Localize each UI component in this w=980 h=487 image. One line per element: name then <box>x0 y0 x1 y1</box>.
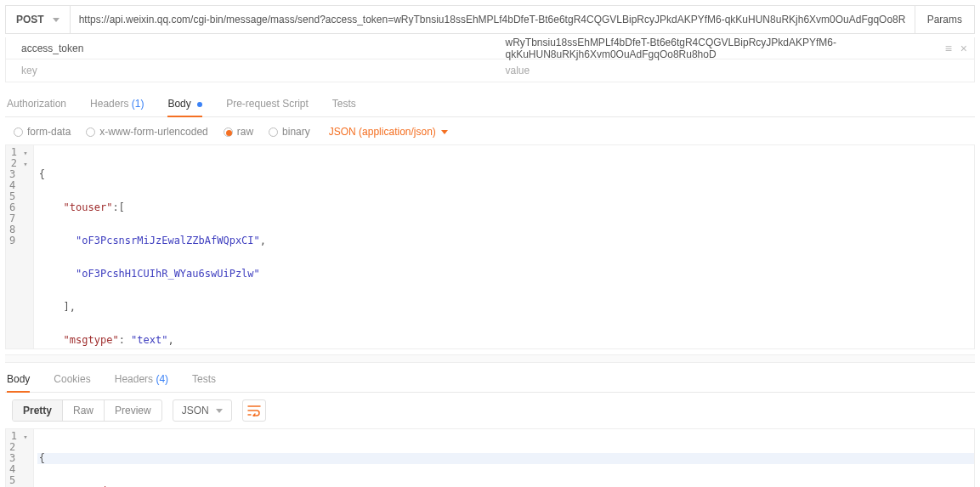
tab-headers-label: Headers <box>90 98 128 110</box>
row-menu-icon[interactable]: ≡ <box>945 42 952 55</box>
chevron-down-icon <box>53 18 59 22</box>
response-format-label: JSON <box>182 405 209 416</box>
tab-body[interactable]: Body <box>167 93 202 116</box>
chevron-down-icon <box>216 409 223 413</box>
body-type-binary[interactable]: binary <box>269 126 310 138</box>
wrap-lines-button[interactable] <box>242 399 266 422</box>
response-format-selector[interactable]: JSON <box>173 399 232 422</box>
editor-gutter: 1 ▾ 2 ▾ 3 4 5 6 7 8 9 <box>6 145 34 348</box>
radio-label: raw <box>237 126 253 138</box>
response-body-editor[interactable]: 1 ▾ 2 3 4 5 { "errcode": 0, "errmsg": "s… <box>5 428 975 487</box>
content-type-label: JSON (application/json) <box>329 126 436 138</box>
view-preview[interactable]: Preview <box>105 400 161 421</box>
param-value-cell[interactable]: wRyTbnsiu18ssEhMPLf4bDfeT-Bt6e6tgR4CQGVL… <box>490 37 975 60</box>
param-value-placeholder[interactable]: value <box>490 65 975 76</box>
resp-tab-headers[interactable]: Headers (4) <box>115 368 168 392</box>
content-type-selector[interactable]: JSON (application/json) <box>329 126 448 138</box>
http-method-selector[interactable]: POST <box>6 6 71 33</box>
body-type-raw[interactable]: raw <box>224 126 253 138</box>
row-actions: ≡ × <box>945 42 967 55</box>
wrap-icon <box>247 405 261 416</box>
view-pretty[interactable]: Pretty <box>13 400 63 421</box>
radio-label: x-www-form-urlencoded <box>99 126 207 138</box>
body-modified-dot-icon <box>197 102 202 107</box>
tab-body-label: Body <box>167 98 190 110</box>
headers-count-badge: (1) <box>132 98 144 110</box>
tab-headers[interactable]: Headers (1) <box>90 93 144 116</box>
tab-authorization[interactable]: Authorization <box>7 93 66 116</box>
params-toggle-button[interactable]: Params <box>915 6 974 33</box>
resp-tab-headers-label: Headers <box>115 373 153 385</box>
editor-code[interactable]: { "errcode": 0, "errmsg": "send job subm… <box>34 429 974 487</box>
url-bar: POST Params <box>5 5 975 34</box>
params-row-empty[interactable]: key value <box>6 59 974 82</box>
param-key-placeholder[interactable]: key <box>6 65 490 76</box>
param-value-text: wRyTbnsiu18ssEhMPLf4bDfeT-Bt6e6tgR4CQGVL… <box>506 37 960 60</box>
params-button-label: Params <box>927 14 962 25</box>
resp-tab-body[interactable]: Body <box>7 368 30 392</box>
param-key-cell[interactable]: access_token <box>6 42 490 54</box>
response-tabs: Body Cookies Headers (4) Tests <box>5 368 975 393</box>
tab-tests[interactable]: Tests <box>332 93 356 116</box>
pane-splitter[interactable] <box>5 354 975 363</box>
request-tabs: Authorization Headers (1) Body Pre-reque… <box>5 93 975 117</box>
view-mode-segmented: Pretty Raw Preview <box>12 399 162 422</box>
resp-tab-tests[interactable]: Tests <box>192 368 216 392</box>
params-table: access_token wRyTbnsiu18ssEhMPLf4bDfeT-B… <box>5 37 975 82</box>
radio-label: form-data <box>27 126 71 138</box>
resp-headers-count-badge: (4) <box>156 373 168 385</box>
radio-label: binary <box>282 126 310 138</box>
method-label: POST <box>16 14 44 25</box>
chevron-down-icon <box>441 130 448 134</box>
request-body-editor[interactable]: 1 ▾ 2 ▾ 3 4 5 6 7 8 9 { "touser":[ "oF3P… <box>5 145 975 349</box>
url-input[interactable] <box>71 6 915 33</box>
response-view-toolbar: Pretty Raw Preview JSON <box>5 393 975 428</box>
tab-prerequest[interactable]: Pre-request Script <box>226 93 309 116</box>
body-type-row: form-data x-www-form-urlencoded raw bina… <box>5 117 975 145</box>
view-raw[interactable]: Raw <box>63 400 105 421</box>
editor-gutter: 1 ▾ 2 3 4 5 <box>6 429 34 487</box>
row-delete-icon[interactable]: × <box>960 42 967 55</box>
body-type-urlencoded[interactable]: x-www-form-urlencoded <box>86 126 207 138</box>
editor-code[interactable]: { "touser":[ "oF3PcsnsrMiJzEwalZZbAfWQpx… <box>34 145 974 348</box>
resp-tab-cookies[interactable]: Cookies <box>54 368 90 392</box>
body-type-form-data[interactable]: form-data <box>14 126 71 138</box>
params-row[interactable]: access_token wRyTbnsiu18ssEhMPLf4bDfeT-B… <box>6 37 974 59</box>
